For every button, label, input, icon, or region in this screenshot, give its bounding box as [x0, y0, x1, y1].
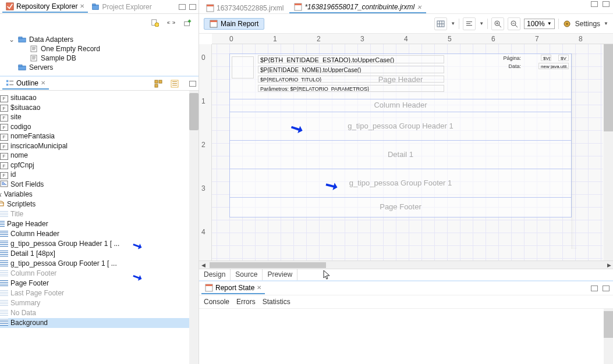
tab-repo-explorer[interactable]: Repository Explorer ✕: [2, 1, 88, 13]
zoom-out-icon[interactable]: [508, 17, 520, 30]
dropdown-icon[interactable]: ▼: [451, 21, 455, 26]
svg-rect-20: [6, 80, 9, 82]
outline-btn2-icon[interactable]: [168, 77, 181, 90]
tab-report-state[interactable]: Report State ✕: [201, 283, 265, 294]
outline-field-nomeFantasia[interactable]: FnomeFantasia: [0, 131, 199, 141]
scroll-left-icon[interactable]: ◀: [199, 262, 207, 269]
chevron-down-icon[interactable]: ⌄: [8, 35, 15, 44]
outline-column-header[interactable]: Column Header: [0, 229, 199, 239]
outline-no-data[interactable]: No Data: [0, 308, 199, 318]
field-params[interactable]: Parâmetros: $P{RELATORIO_PARAMETROS}: [258, 85, 444, 92]
label-data[interactable]: Data:: [508, 63, 521, 69]
outline-field-codigo[interactable]: Fcodigo: [0, 122, 199, 132]
main-report-chip[interactable]: Main Report: [204, 18, 264, 30]
repo-refresh-icon[interactable]: [148, 16, 161, 29]
tool-align-icon[interactable]: [463, 17, 476, 30]
canvas-scrollbar-h[interactable]: ◀ ▶: [199, 260, 613, 269]
repo-link-icon[interactable]: [165, 16, 178, 29]
outline-page-footer[interactable]: Page Footer: [0, 279, 199, 288]
tab-design[interactable]: Design: [199, 269, 231, 280]
tree-item-data-adapters[interactable]: ⌄ Data Adapters: [0, 35, 199, 44]
outline-column-footer[interactable]: Column Footer: [0, 269, 199, 279]
field-pagina-v1[interactable]: $V{: [541, 55, 551, 61]
outline-field-id[interactable]: Fid: [0, 170, 199, 180]
outline-field-sSituacao[interactable]: F$situacao: [0, 103, 199, 113]
minimize-icon[interactable]: [591, 286, 598, 291]
repo-add-icon[interactable]: [181, 16, 194, 29]
outline-field-site[interactable]: Fsite: [0, 112, 199, 122]
outline-field-nome[interactable]: Fnome: [0, 151, 199, 160]
outline-btn1-icon[interactable]: [152, 77, 165, 90]
subtab-errors[interactable]: Errors: [236, 298, 256, 306]
band-group-header[interactable]: g_tipo_pessoa Group Header 1: [229, 112, 572, 141]
band-detail[interactable]: Detail 1: [229, 141, 572, 169]
outline-field-cpfCnpj[interactable]: FcpfCnpj: [0, 160, 199, 170]
dropdown-icon[interactable]: ▼: [479, 21, 484, 26]
outline-detail[interactable]: Detail 1 [48px]: [0, 249, 199, 259]
outline-summary[interactable]: Summary: [0, 298, 199, 308]
svg-rect-28: [172, 81, 177, 82]
band-column-header[interactable]: Column Header: [229, 99, 572, 112]
outline-sort-fields[interactable]: Sort Fields: [0, 180, 199, 190]
close-icon[interactable]: ✕: [257, 284, 261, 291]
minimize-icon[interactable]: [179, 4, 186, 10]
subtab-statistics[interactable]: Statistics: [263, 298, 290, 306]
tab-project-explorer[interactable]: Project Explorer: [88, 2, 155, 12]
close-icon[interactable]: ✕: [41, 80, 45, 86]
outline-field-situacao[interactable]: Fsituacao: [0, 93, 199, 103]
editor-tab-2[interactable]: *1638196558017_contribuinte.jrxml ✕: [289, 1, 426, 13]
maximize-icon[interactable]: [189, 4, 196, 10]
svg-rect-24: [155, 80, 158, 83]
maximize-icon[interactable]: [603, 286, 610, 291]
svg-rect-34: [2, 184, 6, 185]
tool-grid-icon[interactable]: [434, 17, 447, 30]
outline-page-header[interactable]: ›Page Header: [0, 219, 199, 229]
label-pagina[interactable]: Página:: [503, 55, 521, 61]
tab-source[interactable]: Source: [231, 269, 263, 280]
band-group-footer[interactable]: g_tipo_pessoa Group Footer 1: [229, 169, 572, 198]
chevron-down-icon[interactable]: ▼: [604, 21, 608, 26]
subtab-console[interactable]: Console: [204, 298, 229, 306]
tree-item-one-empty[interactable]: One Empty Record: [0, 44, 199, 53]
canvas-scrollbar-v[interactable]: [604, 44, 613, 260]
field-estado[interactable]: $P{BTH_ENTIDADE_ESTADO}.toUpperCase(): [258, 55, 444, 63]
field-pagina-v2[interactable]: $V: [558, 55, 569, 61]
outline-scriptlets[interactable]: ›Scriptlets: [0, 199, 199, 209]
field-data-v[interactable]: new java.util.: [538, 63, 569, 69]
close-icon[interactable]: ✕: [417, 4, 421, 10]
scroll-right-icon[interactable]: ▶: [605, 262, 613, 269]
zoom-select[interactable]: 100% ▼: [524, 19, 555, 29]
outline-last-page-footer[interactable]: Last Page Footer: [0, 288, 199, 298]
outline-group-header[interactable]: g_tipo_pessoa Group Header 1 [ ...: [0, 239, 199, 249]
field-entidade-nome[interactable]: $P{ENTIDADE_NOME}.toUpperCase(): [258, 66, 444, 73]
chevron-down-icon[interactable]: ▼: [547, 21, 552, 26]
band-page-header[interactable]: $P{BTH_ENTIDADE_ESTADO}.toUpperCase() $P…: [229, 53, 572, 99]
outline-scrollbar[interactable]: [189, 91, 199, 364]
editor-tab-1[interactable]: 1637340522885.jrxml: [201, 2, 288, 13]
editor-tabbar: 1637340522885.jrxml *1638196558017_contr…: [199, 0, 613, 14]
zoom-in-icon[interactable]: [491, 17, 504, 30]
outline-group-footer[interactable]: g_tipo_pessoa Group Footer 1 [ ...: [0, 259, 199, 269]
svg-rect-32: [2, 182, 4, 183]
svg-rect-30: [172, 85, 177, 85]
minimize-icon[interactable]: [591, 1, 598, 7]
field-frame[interactable]: [232, 56, 254, 78]
design-canvas[interactable]: $P{BTH_ENTIDADE_ESTADO}.toUpperCase() $P…: [212, 44, 613, 260]
outline-field-inscricaoMunicipal[interactable]: FinscricaoMunicipal: [0, 141, 199, 151]
svg-rect-47: [466, 22, 472, 22]
minimize-icon[interactable]: [189, 81, 196, 87]
tab-preview[interactable]: Preview: [263, 269, 297, 280]
report-state-scrollbar[interactable]: [604, 309, 613, 364]
band-page-footer[interactable]: Page Footer: [229, 198, 572, 217]
settings-label: Settings: [575, 20, 600, 28]
tab-outline[interactable]: Outline ✕: [2, 78, 49, 90]
outline-background[interactable]: Background: [0, 318, 199, 328]
tree-item-servers[interactable]: Servers: [0, 63, 199, 72]
field-titulo[interactable]: $P{RELATORIO_TITULO}: [258, 76, 444, 83]
settings-button[interactable]: Settings ▼: [562, 19, 608, 28]
maximize-icon[interactable]: [603, 1, 610, 7]
outline-title-band[interactable]: Title: [0, 209, 199, 219]
tree-item-sample-db[interactable]: Sample DB: [0, 53, 199, 63]
outline-variables[interactable]: ›fxVariables: [0, 190, 199, 199]
close-icon[interactable]: ✕: [80, 3, 84, 9]
